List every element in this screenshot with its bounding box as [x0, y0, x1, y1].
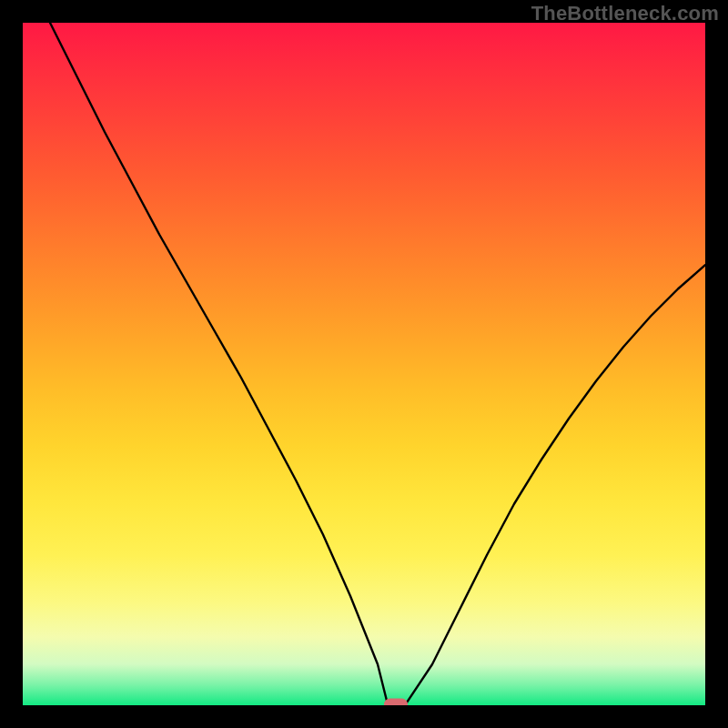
chart-frame: TheBottleneck.com: [0, 0, 728, 728]
bottleneck-curve: [50, 23, 705, 705]
curve-svg: [23, 23, 705, 705]
plot-area: [23, 23, 705, 705]
optimal-marker: [384, 699, 408, 706]
watermark-text: TheBottleneck.com: [531, 2, 719, 25]
